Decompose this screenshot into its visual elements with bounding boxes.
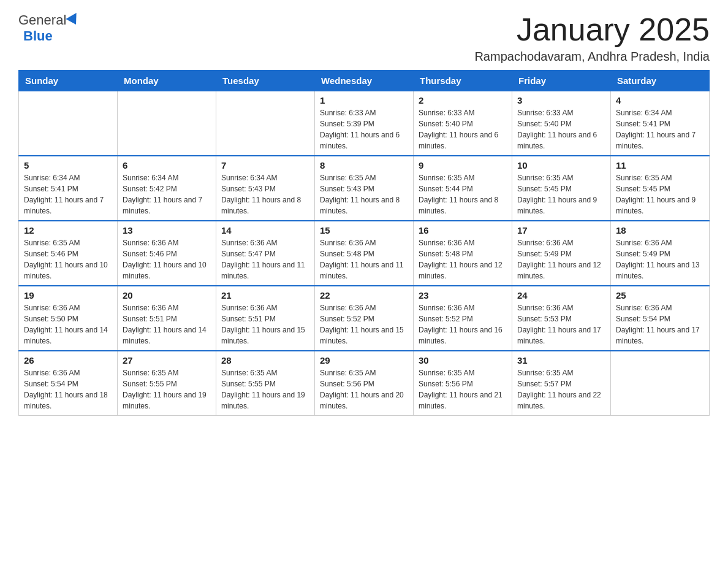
day-number: 11 bbox=[616, 160, 704, 170]
calendar-table: SundayMondayTuesdayWednesdayThursdayFrid… bbox=[18, 70, 710, 416]
day-number: 15 bbox=[320, 225, 408, 236]
day-number: 10 bbox=[517, 160, 605, 170]
day-info: Sunrise: 6:33 AMSunset: 5:40 PMDaylight:… bbox=[517, 107, 605, 151]
calendar-cell: 12Sunrise: 6:35 AMSunset: 5:46 PMDayligh… bbox=[19, 221, 118, 286]
calendar-cell: 20Sunrise: 6:36 AMSunset: 5:51 PMDayligh… bbox=[118, 286, 216, 351]
day-info: Sunrise: 6:36 AMSunset: 5:54 PMDaylight:… bbox=[616, 302, 704, 347]
day-info: Sunrise: 6:34 AMSunset: 5:43 PMDaylight:… bbox=[221, 172, 309, 216]
month-title: January 2025 bbox=[474, 12, 710, 47]
day-info: Sunrise: 6:36 AMSunset: 5:47 PMDaylight:… bbox=[221, 237, 309, 282]
day-number: 12 bbox=[24, 225, 112, 236]
calendar-header-monday: Monday bbox=[118, 71, 216, 91]
day-info: Sunrise: 6:36 AMSunset: 5:53 PMDaylight:… bbox=[517, 302, 605, 347]
logo: General Blue bbox=[18, 12, 81, 44]
day-number: 23 bbox=[419, 290, 507, 301]
calendar-cell: 14Sunrise: 6:36 AMSunset: 5:47 PMDayligh… bbox=[216, 221, 315, 286]
day-number: 8 bbox=[320, 160, 408, 170]
day-number: 21 bbox=[221, 290, 309, 301]
calendar-cell: 29Sunrise: 6:35 AMSunset: 5:56 PMDayligh… bbox=[315, 351, 414, 416]
calendar-header-sunday: Sunday bbox=[19, 71, 118, 91]
day-number: 9 bbox=[419, 160, 507, 170]
calendar-header-thursday: Thursday bbox=[414, 71, 512, 91]
day-number: 19 bbox=[24, 290, 112, 301]
day-info: Sunrise: 6:36 AMSunset: 5:48 PMDaylight:… bbox=[419, 237, 507, 282]
calendar-week-row: 5Sunrise: 6:34 AMSunset: 5:41 PMDaylight… bbox=[19, 156, 710, 221]
day-number: 13 bbox=[123, 225, 211, 236]
calendar-cell: 3Sunrise: 6:33 AMSunset: 5:40 PMDaylight… bbox=[512, 91, 611, 156]
calendar-cell: 26Sunrise: 6:36 AMSunset: 5:54 PMDayligh… bbox=[19, 351, 118, 416]
logo-general-text: General bbox=[18, 12, 66, 28]
day-info: Sunrise: 6:35 AMSunset: 5:44 PMDaylight:… bbox=[419, 172, 507, 216]
calendar-cell: 10Sunrise: 6:35 AMSunset: 5:45 PMDayligh… bbox=[512, 156, 611, 221]
day-info: Sunrise: 6:35 AMSunset: 5:55 PMDaylight:… bbox=[221, 367, 309, 412]
calendar-cell bbox=[19, 91, 118, 156]
calendar-header-wednesday: Wednesday bbox=[315, 71, 414, 91]
day-info: Sunrise: 6:33 AMSunset: 5:39 PMDaylight:… bbox=[320, 107, 408, 151]
day-info: Sunrise: 6:36 AMSunset: 5:49 PMDaylight:… bbox=[616, 237, 704, 282]
day-number: 24 bbox=[517, 290, 605, 301]
day-info: Sunrise: 6:34 AMSunset: 5:41 PMDaylight:… bbox=[616, 107, 704, 151]
calendar-cell: 8Sunrise: 6:35 AMSunset: 5:43 PMDaylight… bbox=[315, 156, 414, 221]
title-block: January 2025 Rampachodavaram, Andhra Pra… bbox=[474, 12, 710, 64]
logo-triangle-icon bbox=[66, 13, 82, 28]
day-number: 31 bbox=[517, 355, 605, 366]
logo-blue-text: Blue bbox=[23, 28, 53, 44]
day-info: Sunrise: 6:36 AMSunset: 5:51 PMDaylight:… bbox=[123, 302, 211, 347]
day-info: Sunrise: 6:36 AMSunset: 5:46 PMDaylight:… bbox=[123, 237, 211, 282]
day-info: Sunrise: 6:35 AMSunset: 5:57 PMDaylight:… bbox=[517, 367, 605, 412]
day-number: 6 bbox=[123, 160, 211, 170]
day-number: 25 bbox=[616, 290, 704, 301]
calendar-week-row: 12Sunrise: 6:35 AMSunset: 5:46 PMDayligh… bbox=[19, 221, 710, 286]
calendar-header-saturday: Saturday bbox=[611, 71, 710, 91]
day-number: 20 bbox=[123, 290, 211, 301]
day-number: 7 bbox=[221, 160, 309, 170]
calendar-week-row: 19Sunrise: 6:36 AMSunset: 5:50 PMDayligh… bbox=[19, 286, 710, 351]
day-info: Sunrise: 6:36 AMSunset: 5:52 PMDaylight:… bbox=[419, 302, 507, 347]
day-info: Sunrise: 6:35 AMSunset: 5:55 PMDaylight:… bbox=[123, 367, 211, 412]
location: Rampachodavaram, Andhra Pradesh, India bbox=[474, 50, 710, 64]
day-number: 18 bbox=[616, 225, 704, 236]
calendar-cell: 15Sunrise: 6:36 AMSunset: 5:48 PMDayligh… bbox=[315, 221, 414, 286]
calendar-cell: 27Sunrise: 6:35 AMSunset: 5:55 PMDayligh… bbox=[118, 351, 216, 416]
calendar-header-row: SundayMondayTuesdayWednesdayThursdayFrid… bbox=[19, 71, 710, 91]
day-info: Sunrise: 6:36 AMSunset: 5:50 PMDaylight:… bbox=[24, 302, 112, 347]
logo-line1: General bbox=[18, 12, 81, 28]
calendar-cell: 13Sunrise: 6:36 AMSunset: 5:46 PMDayligh… bbox=[118, 221, 216, 286]
calendar-cell: 24Sunrise: 6:36 AMSunset: 5:53 PMDayligh… bbox=[512, 286, 611, 351]
day-number: 1 bbox=[320, 95, 408, 105]
calendar-cell: 21Sunrise: 6:36 AMSunset: 5:51 PMDayligh… bbox=[216, 286, 315, 351]
calendar-header-friday: Friday bbox=[512, 71, 611, 91]
calendar-cell: 4Sunrise: 6:34 AMSunset: 5:41 PMDaylight… bbox=[611, 91, 710, 156]
calendar-cell: 30Sunrise: 6:35 AMSunset: 5:56 PMDayligh… bbox=[414, 351, 512, 416]
day-number: 14 bbox=[221, 225, 309, 236]
day-info: Sunrise: 6:36 AMSunset: 5:54 PMDaylight:… bbox=[24, 367, 112, 412]
calendar-cell: 1Sunrise: 6:33 AMSunset: 5:39 PMDaylight… bbox=[315, 91, 414, 156]
day-info: Sunrise: 6:34 AMSunset: 5:42 PMDaylight:… bbox=[123, 172, 211, 216]
calendar-cell: 31Sunrise: 6:35 AMSunset: 5:57 PMDayligh… bbox=[512, 351, 611, 416]
day-number: 27 bbox=[123, 355, 211, 366]
calendar-cell: 28Sunrise: 6:35 AMSunset: 5:55 PMDayligh… bbox=[216, 351, 315, 416]
day-info: Sunrise: 6:35 AMSunset: 5:56 PMDaylight:… bbox=[419, 367, 507, 412]
day-info: Sunrise: 6:34 AMSunset: 5:41 PMDaylight:… bbox=[24, 172, 112, 216]
calendar-cell: 2Sunrise: 6:33 AMSunset: 5:40 PMDaylight… bbox=[414, 91, 512, 156]
calendar-cell: 22Sunrise: 6:36 AMSunset: 5:52 PMDayligh… bbox=[315, 286, 414, 351]
calendar-cell bbox=[611, 351, 710, 416]
day-number: 2 bbox=[419, 95, 507, 105]
day-number: 29 bbox=[320, 355, 408, 366]
day-info: Sunrise: 6:36 AMSunset: 5:52 PMDaylight:… bbox=[320, 302, 408, 347]
calendar-cell: 25Sunrise: 6:36 AMSunset: 5:54 PMDayligh… bbox=[611, 286, 710, 351]
day-number: 22 bbox=[320, 290, 408, 301]
page-header: General Blue January 2025 Rampachodavara… bbox=[18, 12, 710, 64]
day-info: Sunrise: 6:35 AMSunset: 5:45 PMDaylight:… bbox=[517, 172, 605, 216]
day-info: Sunrise: 6:35 AMSunset: 5:45 PMDaylight:… bbox=[616, 172, 704, 216]
day-number: 28 bbox=[221, 355, 309, 366]
day-number: 17 bbox=[517, 225, 605, 236]
day-number: 4 bbox=[616, 95, 704, 105]
day-number: 26 bbox=[24, 355, 112, 366]
day-info: Sunrise: 6:35 AMSunset: 5:43 PMDaylight:… bbox=[320, 172, 408, 216]
calendar-cell bbox=[216, 91, 315, 156]
calendar-cell: 23Sunrise: 6:36 AMSunset: 5:52 PMDayligh… bbox=[414, 286, 512, 351]
day-info: Sunrise: 6:35 AMSunset: 5:56 PMDaylight:… bbox=[320, 367, 408, 412]
day-info: Sunrise: 6:36 AMSunset: 5:48 PMDaylight:… bbox=[320, 237, 408, 282]
calendar-header-tuesday: Tuesday bbox=[216, 71, 315, 91]
